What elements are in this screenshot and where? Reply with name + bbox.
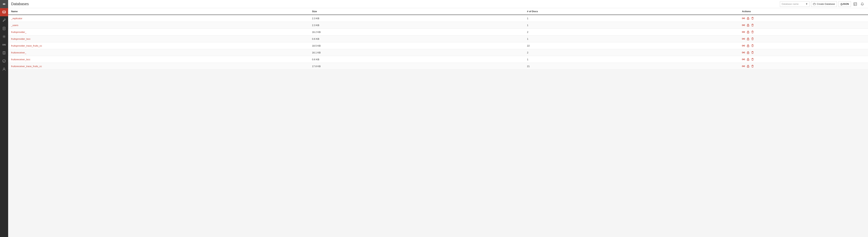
topbar-actions: Database name ▼ Create Database {}JSON (780, 1, 865, 7)
sidebar-item-verify[interactable] (0, 57, 8, 65)
replicate-icon[interactable] (742, 17, 745, 20)
action-icons (742, 44, 865, 47)
action-icons (742, 31, 865, 33)
delete-icon[interactable] (751, 65, 754, 68)
sidebar-item-documents[interactable] (0, 24, 8, 33)
svg-rect-6 (3, 44, 4, 45)
col-header-actions: Actions (739, 8, 868, 15)
cell-db-size: 18.5 KB (309, 42, 524, 49)
table-row: fruitsreceiver_trace_fruits_cc 17.8 KB 2… (8, 63, 868, 70)
cell-db-name: fruitsprovider_lscc (8, 35, 309, 42)
sidebar-item-settings[interactable] (0, 33, 8, 41)
db-name-link[interactable]: fruitsprovider_lscc (11, 37, 31, 40)
sidebar-item-tools[interactable] (0, 16, 8, 24)
page-title: Databases (11, 2, 29, 6)
cell-db-size: 2.3 KB (309, 22, 524, 29)
db-name-link[interactable]: fruitsprovider_ (11, 31, 26, 33)
lock-icon[interactable] (747, 58, 749, 61)
user-icon (2, 67, 6, 71)
bell-icon (861, 2, 864, 6)
notifications-button[interactable] (860, 1, 865, 7)
cell-db-actions (739, 42, 868, 49)
svg-point-51 (748, 60, 748, 60)
lock-icon[interactable] (747, 31, 749, 33)
svg-rect-17 (742, 18, 743, 19)
plus-db-icon (813, 3, 816, 5)
wrench-icon (2, 19, 6, 22)
cell-db-docs: 1 (524, 56, 739, 63)
cell-db-name: fruitsreceiver_ (8, 49, 309, 56)
json-label: {}JSON (840, 3, 849, 5)
sidebar-item-user[interactable] (0, 65, 8, 73)
replicate-icon[interactable] (742, 65, 745, 68)
svg-rect-37 (742, 45, 743, 46)
db-name-link[interactable]: _users (11, 24, 18, 27)
cell-db-docs: 21 (524, 63, 739, 70)
action-icons (742, 65, 865, 68)
replicate-icon[interactable] (742, 44, 745, 47)
cell-db-name: fruitsreceiver_lscc (8, 56, 309, 63)
table-row: fruitsreceiver_lscc 0.6 KB 1 (8, 56, 868, 63)
replicate-icon[interactable] (742, 51, 745, 54)
replicate-icon[interactable] (742, 58, 745, 61)
sidebar-logo[interactable] (0, 0, 8, 8)
delete-icon[interactable] (751, 24, 754, 27)
svg-point-8 (3, 60, 5, 63)
cell-db-actions (739, 22, 868, 29)
sidebar-item-replication[interactable] (0, 41, 8, 49)
create-database-button[interactable]: Create Database (811, 1, 837, 7)
db-name-link[interactable]: _replicator (11, 17, 22, 20)
delete-icon[interactable] (751, 17, 754, 20)
cell-db-size: 17.8 KB (309, 63, 524, 70)
db-name-link[interactable]: fruitsreceiver_ (11, 51, 26, 54)
col-header-name: Name (8, 8, 309, 15)
svg-rect-47 (742, 59, 743, 60)
db-name-link[interactable]: fruitsreceiver_lscc (11, 58, 30, 61)
delete-icon[interactable] (751, 44, 754, 47)
replicate-icon[interactable] (742, 37, 745, 40)
table-view-button[interactable] (852, 1, 858, 7)
lock-icon[interactable] (747, 51, 749, 54)
replicate-icon[interactable] (742, 31, 745, 33)
sidebar (0, 0, 8, 237)
create-db-label: Create Database (817, 3, 835, 5)
action-icons (742, 17, 865, 20)
delete-icon[interactable] (751, 51, 754, 54)
action-icons (742, 58, 865, 61)
cell-db-actions (739, 15, 868, 22)
delete-icon[interactable] (751, 31, 754, 33)
lock-icon[interactable] (747, 44, 749, 47)
db-name-link[interactable]: fruitsreceiver_trace_fruits_cc (11, 65, 42, 68)
json-button[interactable]: {}JSON (838, 1, 851, 7)
replicate-icon[interactable] (742, 24, 745, 27)
svg-point-21 (748, 19, 748, 19)
sidebar-item-database[interactable] (0, 8, 8, 16)
svg-point-5 (3, 36, 5, 37)
cell-db-name: fruitsprovider_ (8, 29, 309, 35)
db-name-link[interactable]: fruitsprovider_trace_fruits_cc (11, 44, 42, 47)
svg-point-56 (748, 67, 748, 67)
svg-rect-32 (742, 38, 743, 39)
svg-point-46 (748, 53, 748, 54)
delete-icon[interactable] (751, 58, 754, 61)
cell-db-docs: 2 (524, 29, 739, 35)
lock-icon[interactable] (747, 65, 749, 68)
cell-db-docs: 1 (524, 35, 739, 42)
databases-content: Name Size # of Docs Actions _replicator … (8, 8, 868, 237)
lock-icon[interactable] (747, 37, 749, 40)
table-row: fruitsprovider_ 16.2 KB 2 (8, 29, 868, 35)
db-name-select[interactable]: Database name ▼ (780, 1, 809, 7)
cell-db-actions (739, 56, 868, 63)
lock-icon[interactable] (747, 24, 749, 27)
svg-point-41 (748, 46, 748, 46)
cell-db-actions (739, 35, 868, 42)
cell-db-name: _replicator (8, 15, 309, 22)
delete-icon[interactable] (751, 37, 754, 40)
cell-db-name: _users (8, 22, 309, 29)
table-row: _replicator 2.3 KB 1 (8, 15, 868, 22)
sidebar-item-documentation[interactable] (0, 49, 8, 57)
lock-icon[interactable] (747, 17, 749, 20)
db-name-placeholder: Database name (781, 3, 799, 5)
cell-db-name: fruitsprovider_trace_fruits_cc (8, 42, 309, 49)
svg-point-36 (748, 39, 748, 40)
